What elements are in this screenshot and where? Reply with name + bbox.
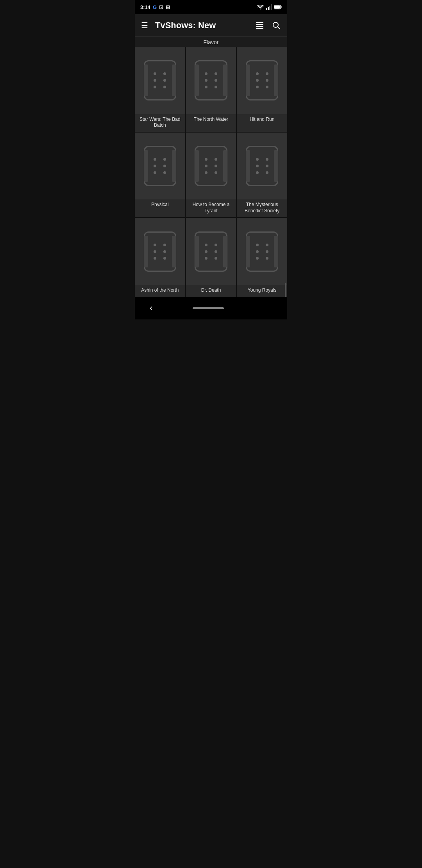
film-dots xyxy=(256,72,268,88)
film-dots xyxy=(154,72,166,88)
show-title: How to Become a Tyrant xyxy=(186,199,236,217)
film-dot xyxy=(154,158,156,161)
film-dot xyxy=(215,244,217,246)
film-dot xyxy=(163,72,166,75)
film-dot xyxy=(256,158,259,161)
film-dot xyxy=(154,79,156,82)
film-dot xyxy=(256,244,259,246)
film-dot xyxy=(154,257,156,260)
list-view-button[interactable] xyxy=(255,21,265,30)
google-icon: G xyxy=(153,4,157,10)
film-dot-row xyxy=(205,244,217,246)
film-dots xyxy=(205,158,217,174)
app-header: ☰ TvShows: New xyxy=(135,14,287,37)
film-dot xyxy=(266,171,268,174)
film-dot-row xyxy=(205,79,217,82)
film-dot xyxy=(163,244,166,246)
film-dot-row xyxy=(205,257,217,260)
film-dot-row xyxy=(256,86,268,88)
svg-rect-3 xyxy=(269,6,270,10)
show-item[interactable]: The Mysterious Benedict Society xyxy=(237,133,287,217)
film-placeholder-icon xyxy=(144,231,177,272)
svg-line-13 xyxy=(278,27,280,29)
scrollbar-indicator[interactable] xyxy=(285,283,286,297)
film-placeholder-icon xyxy=(144,60,177,100)
show-item[interactable]: The North Water xyxy=(186,47,236,132)
film-dot xyxy=(154,86,156,88)
film-dot-row xyxy=(205,171,217,174)
menu-button[interactable]: ☰ xyxy=(141,21,148,30)
show-title: Hit and Run xyxy=(237,114,287,126)
svg-rect-4 xyxy=(271,4,272,10)
show-title: The North Water xyxy=(186,114,236,126)
status-right-icons xyxy=(257,4,282,10)
film-dot xyxy=(266,72,268,75)
film-dot xyxy=(256,165,259,167)
bottom-navigation: ‹ xyxy=(135,297,287,319)
film-dot-row xyxy=(154,250,166,253)
show-item[interactable]: Young Royals xyxy=(237,218,287,296)
film-dot-row xyxy=(256,244,268,246)
svg-rect-2 xyxy=(268,7,269,10)
film-dot xyxy=(205,158,207,161)
film-dot xyxy=(256,250,259,253)
signal-icon xyxy=(266,4,272,10)
show-item[interactable]: Star Wars: The Bad Batch xyxy=(135,47,185,132)
film-dot xyxy=(215,72,217,75)
film-dot xyxy=(266,165,268,167)
film-dots xyxy=(205,244,217,260)
home-pill[interactable] xyxy=(193,307,224,309)
film-dot xyxy=(205,86,207,88)
film-placeholder-icon xyxy=(195,231,227,272)
film-dot xyxy=(215,165,217,167)
film-dot-row xyxy=(205,72,217,75)
show-item[interactable]: Dr. Death xyxy=(186,218,236,296)
film-dot xyxy=(215,158,217,161)
svg-rect-9 xyxy=(256,24,263,25)
show-thumbnail xyxy=(237,47,287,114)
film-dot-row xyxy=(256,257,268,260)
film-dot xyxy=(266,86,268,88)
film-dot-row xyxy=(154,86,166,88)
search-button[interactable] xyxy=(272,21,281,30)
film-dot xyxy=(266,244,268,246)
film-dot-row xyxy=(154,257,166,260)
film-dot xyxy=(215,79,217,82)
film-dot xyxy=(154,171,156,174)
show-thumbnail xyxy=(186,133,236,200)
show-thumbnail xyxy=(237,133,287,200)
film-dots xyxy=(205,72,217,88)
show-item[interactable]: Hit and Run xyxy=(237,47,287,132)
section-partial-label: Flavor xyxy=(135,37,287,47)
film-dot xyxy=(154,244,156,246)
battery-icon xyxy=(274,5,282,9)
wifi-icon xyxy=(257,4,264,10)
film-dot xyxy=(163,79,166,82)
show-thumbnail xyxy=(186,218,236,285)
show-thumbnail xyxy=(237,218,287,285)
film-placeholder-icon xyxy=(246,231,279,272)
film-dot xyxy=(205,171,207,174)
film-dot xyxy=(205,165,207,167)
show-thumbnail xyxy=(186,47,236,114)
film-dot xyxy=(256,86,259,88)
film-dot-row xyxy=(154,171,166,174)
film-dot-row xyxy=(256,72,268,75)
show-item[interactable]: Physical xyxy=(135,133,185,217)
film-dot xyxy=(256,79,259,82)
film-dot-row xyxy=(256,250,268,253)
film-placeholder-icon xyxy=(195,60,227,100)
film-dot-row xyxy=(154,244,166,246)
show-item[interactable]: Ashin of the North xyxy=(135,218,185,296)
show-thumbnail xyxy=(135,47,185,114)
film-dot xyxy=(266,79,268,82)
show-item[interactable]: How to Become a Tyrant xyxy=(186,133,236,217)
svg-rect-10 xyxy=(256,26,263,27)
film-dot xyxy=(215,86,217,88)
film-placeholder-icon xyxy=(246,146,279,186)
film-dot-row xyxy=(154,79,166,82)
film-dot xyxy=(163,165,166,167)
film-dots xyxy=(154,244,166,260)
back-button[interactable]: ‹ xyxy=(147,300,156,316)
show-title: Young Royals xyxy=(237,285,287,297)
